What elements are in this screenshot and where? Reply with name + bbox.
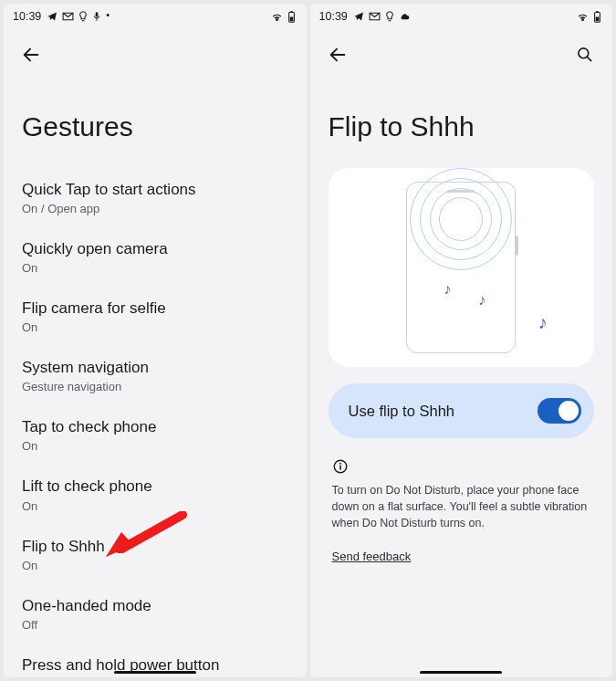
svg-rect-5	[596, 11, 598, 12]
toggle-label: Use flip to Shhh	[349, 403, 454, 420]
list-item-title: Flip camera for selfie	[22, 299, 288, 319]
gmail-icon	[62, 12, 74, 21]
wifi-icon	[576, 11, 590, 22]
app-bar	[310, 29, 613, 75]
search-button[interactable]	[572, 42, 598, 68]
list-item-subtitle: Gesture navigation	[22, 380, 288, 393]
telegram-icon	[353, 11, 364, 22]
back-button[interactable]	[325, 42, 350, 68]
battery-icon	[287, 11, 296, 23]
back-button[interactable]	[18, 42, 44, 68]
list-item-subtitle: Off	[22, 618, 288, 632]
svg-rect-6	[596, 16, 600, 21]
bulb-icon	[385, 11, 394, 22]
status-time: 10:39	[13, 10, 41, 23]
right-screen: 10:39 Flip to Shhh ♪ ♪	[310, 4, 613, 677]
list-item-flip-to-shhh[interactable]: Flip to Shhh On	[22, 525, 288, 584]
list-item-flip-camera-selfie[interactable]: Flip camera for selfie On	[22, 287, 288, 346]
svg-rect-10	[339, 466, 341, 470]
list-item-subtitle: On	[22, 499, 288, 513]
list-item-subtitle: On	[22, 261, 288, 275]
svg-rect-0	[96, 12, 99, 16]
list-item-title: System navigation	[22, 358, 288, 378]
music-note-icon: ♪	[444, 281, 451, 298]
gmail-icon	[369, 12, 381, 21]
list-item-one-handed-mode[interactable]: One-handed mode Off	[22, 584, 288, 644]
list-item-title: Quickly open camera	[22, 239, 288, 259]
toggle-switch[interactable]	[538, 398, 581, 424]
back-arrow-icon	[21, 45, 41, 65]
status-right-icons	[270, 11, 296, 23]
list-item-quickly-open-camera[interactable]: Quickly open camera On	[22, 227, 288, 287]
list-item-subtitle: On	[22, 439, 288, 453]
list-item-lift-check-phone[interactable]: Lift to check phone On	[22, 465, 288, 524]
list-item-title: Lift to check phone	[22, 477, 288, 497]
svg-point-9	[339, 463, 341, 465]
status-bar: 10:39 •	[4, 4, 307, 29]
mic-icon	[92, 11, 101, 22]
status-time: 10:39	[319, 10, 348, 23]
list-item-system-navigation[interactable]: System navigation Gesture navigation	[22, 346, 288, 405]
cloud-icon	[399, 12, 411, 21]
wifi-icon	[270, 11, 284, 22]
back-arrow-icon	[328, 45, 348, 65]
illustration-card: ♪ ♪ ♪	[329, 168, 595, 367]
list-item-subtitle: On	[22, 320, 288, 334]
music-note-icon: ♪	[478, 292, 485, 309]
use-flip-to-shhh-toggle-row[interactable]: Use flip to Shhh	[329, 383, 595, 438]
svg-rect-3	[289, 16, 293, 21]
gesture-nav-pill[interactable]	[420, 671, 502, 674]
status-notification-icons: •	[47, 11, 110, 22]
info-icon-row	[310, 438, 613, 477]
music-note-icon: ♪	[538, 312, 548, 333]
svg-rect-2	[290, 11, 292, 12]
search-icon	[576, 46, 594, 64]
telegram-icon	[47, 11, 57, 22]
list-item-tap-check-phone[interactable]: Tap to check phone On	[22, 405, 288, 465]
settings-list: Quick Tap to start actions On / Open app…	[4, 168, 307, 677]
left-screen: 10:39 • Gestures Quick Tap to start acti…	[4, 4, 307, 677]
list-item-subtitle: On / Open app	[22, 202, 288, 215]
status-right-icons	[576, 11, 601, 23]
list-item-quick-tap[interactable]: Quick Tap to start actions On / Open app	[22, 168, 288, 227]
illustration-phone-icon: ♪ ♪	[406, 182, 516, 353]
gesture-nav-pill[interactable]	[114, 671, 196, 674]
info-icon	[332, 458, 349, 475]
status-notification-icons	[353, 11, 411, 22]
status-bar: 10:39	[310, 4, 613, 29]
app-bar	[4, 29, 307, 75]
list-item-title: Tap to check phone	[22, 417, 288, 437]
list-item-title: One-handed mode	[22, 596, 288, 616]
list-item-title: Quick Tap to start actions	[22, 180, 288, 200]
info-text: To turn on Do Not Disturb, place your ph…	[310, 477, 613, 531]
page-title: Flip to Shhh	[310, 75, 613, 168]
bulb-icon	[78, 11, 88, 22]
list-item-subtitle: On	[22, 559, 288, 572]
list-item-title: Flip to Shhh	[22, 537, 288, 557]
battery-icon	[593, 11, 601, 23]
dot-icon: •	[106, 9, 110, 20]
send-feedback-link[interactable]: Send feedback	[310, 531, 433, 563]
page-title: Gestures	[4, 75, 307, 168]
